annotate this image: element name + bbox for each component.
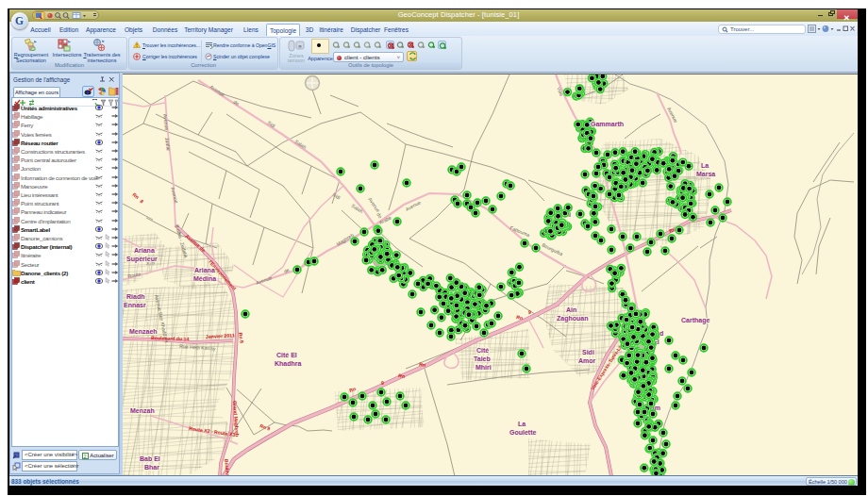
svg-text:Khadhra: Khadhra — [275, 360, 302, 367]
svg-text:Rn: Rn — [419, 361, 426, 368]
svg-text:Sidi: Sidi — [582, 349, 594, 355]
svg-text:Taieb: Taieb — [474, 355, 491, 362]
svg-text:Ennasr: Ennasr — [124, 302, 146, 308]
svg-text:La: La — [701, 162, 709, 169]
svg-text:Ain: Ain — [566, 306, 576, 313]
svg-text:Gammarth: Gammarth — [591, 121, 624, 127]
svg-text:2: 2 — [84, 454, 87, 459]
svg-text:Riadh: Riadh — [126, 293, 144, 300]
svg-text:Rn: Rn — [398, 372, 406, 379]
svg-text:Bhar: Bhar — [144, 464, 159, 471]
svg-text:Menzah: Menzah — [130, 407, 155, 414]
svg-text:Cité El: Cité El — [276, 352, 297, 358]
svg-text:La: La — [518, 421, 526, 427]
svg-text:Médina: Médina — [193, 275, 216, 282]
svg-text:Rn: Rn — [516, 314, 524, 321]
svg-text:Amor: Amor — [578, 357, 596, 364]
svg-text:Ariana: Ariana — [194, 267, 215, 273]
svg-text:Cité: Cité — [476, 347, 489, 354]
svg-text:Bab El: Bab El — [140, 455, 160, 462]
svg-text:Ariana: Ariana — [134, 247, 155, 254]
svg-text:Carthage: Carthage — [681, 317, 709, 324]
svg-text:9: 9 — [381, 380, 384, 386]
svg-text:Goulette: Goulette — [509, 429, 536, 436]
svg-text:Zaghouan: Zaghouan — [557, 315, 588, 322]
svg-text:Supérieur: Supérieur — [126, 256, 158, 263]
svg-text:Marsa: Marsa — [696, 171, 715, 177]
svg-text:9: 9 — [528, 309, 531, 315]
svg-text:Mhiri: Mhiri — [476, 364, 492, 371]
svg-text:Menzaeh: Menzaeh — [129, 328, 158, 335]
